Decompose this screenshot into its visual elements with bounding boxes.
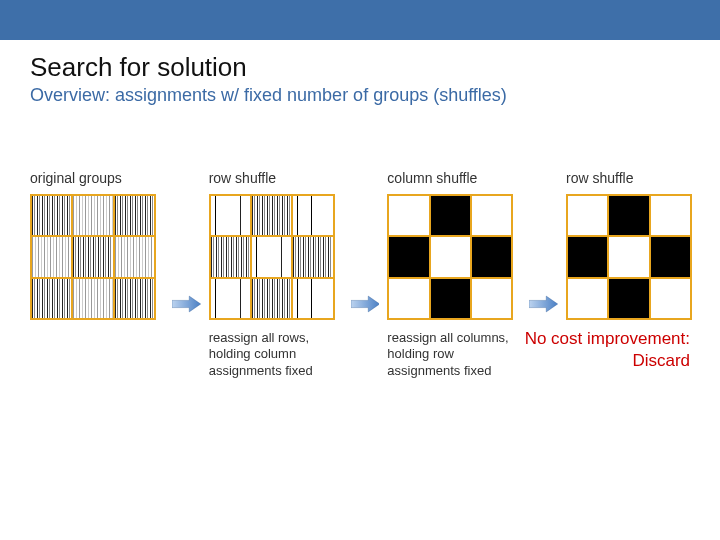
panel-caption: reassign all columns, holding row assign… bbox=[387, 330, 521, 379]
arrow-right-icon bbox=[172, 292, 201, 316]
panel-row-shuffle-2: row shuffle bbox=[566, 170, 700, 330]
panel-caption: reassign all rows, holding column assign… bbox=[209, 330, 343, 379]
top-bar bbox=[0, 0, 720, 40]
matrix-row-shuffle bbox=[209, 194, 335, 320]
panel-label: row shuffle bbox=[209, 170, 276, 188]
panel-label: row shuffle bbox=[566, 170, 633, 188]
result-text: No cost improvement: Discard bbox=[525, 328, 690, 372]
arrow-right-icon bbox=[351, 292, 380, 316]
arrow-right-icon bbox=[529, 292, 558, 316]
matrix-column-shuffle bbox=[387, 194, 513, 320]
panel-row-shuffle-1: row shuffle reassign all rows, holding c… bbox=[209, 170, 343, 379]
svg-marker-2 bbox=[529, 296, 558, 312]
page-title: Search for solution bbox=[30, 52, 720, 83]
matrix-row-shuffle-2 bbox=[566, 194, 692, 320]
matrix-original bbox=[30, 194, 156, 320]
svg-marker-0 bbox=[172, 296, 201, 312]
svg-marker-1 bbox=[351, 296, 380, 312]
panel-original-groups: original groups bbox=[30, 170, 164, 330]
panel-column-shuffle: column shuffle reassign all columns, hol… bbox=[387, 170, 521, 379]
panel-label: column shuffle bbox=[387, 170, 477, 188]
result-line2: Discard bbox=[632, 351, 690, 370]
page-subtitle: Overview: assignments w/ fixed number of… bbox=[30, 85, 720, 106]
result-line1: No cost improvement: bbox=[525, 329, 690, 348]
panel-label: original groups bbox=[30, 170, 122, 188]
